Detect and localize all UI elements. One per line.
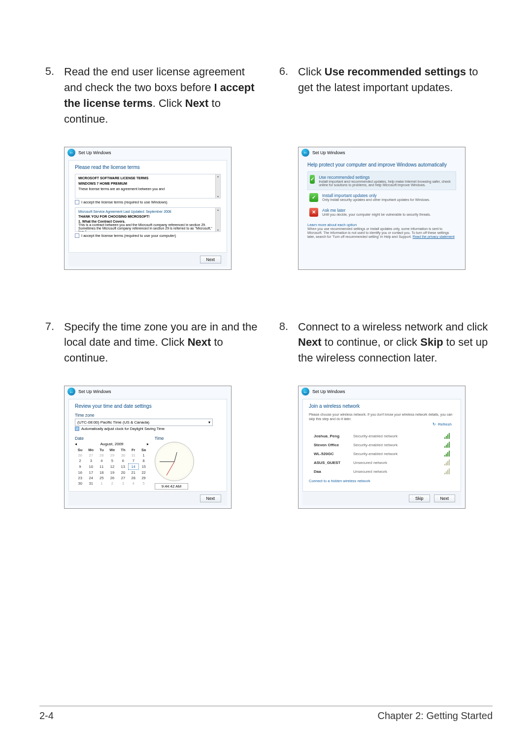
next-button[interactable]: Next [434,494,455,502]
chapter-title: Chapter 2: Getting Started [378,710,493,722]
step-8-number: 8. [273,319,288,366]
wifi-subtext: Please choose your wireless network. If … [309,413,455,421]
back-icon[interactable]: ← [67,388,75,395]
wifi-security: Security-enabled network [353,434,444,438]
calendar-day[interactable]: 3 [118,481,129,486]
chevron-down-icon: ▾ [208,420,210,425]
protect-heading: Help protect your computer and improve W… [307,162,456,167]
wifi-network-row[interactable]: Steven OfficeSecurity-enabled network [309,440,455,449]
step-5-number: 5. [39,64,54,127]
calendar-day[interactable]: 7 [128,458,138,464]
signal-icon [444,433,450,439]
calendar[interactable]: ◂ August, 2009 ▸ SuMoTuWeThFrSa262728293… [75,442,149,486]
back-icon[interactable]: ← [301,388,309,395]
window-title: Set Up Windows [78,389,111,394]
wifi-network-row[interactable]: DaaUnsecured network [309,467,455,476]
calendar-day[interactable]: 19 [106,470,118,476]
next-button[interactable]: Next [200,494,221,502]
accept-checkbox-1[interactable]: I accept the license terms (required to … [75,200,221,204]
next-button[interactable]: Next [200,256,221,263]
calendar-day[interactable]: 10 [85,464,97,470]
step-8-text: Connect to a wireless network and click … [298,319,493,366]
calendar-day[interactable]: 5 [138,481,149,486]
calendar-day[interactable]: 30 [75,481,85,486]
option-ask-later[interactable]: ✕ Ask me later Until you decide, your co… [307,205,456,220]
calendar-day[interactable]: 27 [85,453,97,458]
scrollbar[interactable] [215,208,220,231]
calendar-day[interactable]: 8 [138,458,149,464]
wifi-security: Unsecured network [353,460,444,465]
analog-clock [155,442,194,481]
wifi-ssid: WL-520GC [314,452,353,456]
calendar-day[interactable]: 15 [138,464,149,470]
calendar-day[interactable]: 14 [128,464,138,470]
calendar-day[interactable]: 28 [128,475,138,481]
accept-checkbox-2[interactable]: I accept the license terms (required to … [75,233,221,238]
wifi-network-row[interactable]: ASUS_GUESTUnsecured network [309,458,455,467]
calendar-day[interactable]: 4 [97,458,106,464]
hidden-network-link[interactable]: Connect to a hidden wireless network [309,479,455,483]
calendar-day[interactable]: 16 [75,470,85,476]
signal-icon [444,442,450,448]
calendar-day[interactable]: 17 [85,470,97,476]
calendar-day[interactable]: 2 [75,458,85,464]
timezone-select[interactable]: (UTC-08:00) Pacific Time (US & Canada) ▾ [75,419,213,426]
wifi-heading: Join a wireless network [309,403,455,409]
calendar-day[interactable]: 12 [106,464,118,470]
calendar-day[interactable]: 2 [106,481,118,486]
calendar-day[interactable]: 1 [97,481,106,486]
back-icon[interactable]: ← [301,149,309,157]
learn-more-link[interactable]: Learn more about each option [307,223,456,227]
time-input[interactable]: 9:44:42 AM [155,483,188,490]
timedate-heading: Review your time and date settings [75,403,221,409]
back-icon[interactable]: ← [67,149,75,157]
step-7-number: 7. [39,319,54,366]
license-box-1: MICROSOFT SOFTWARE LICENSE TERMS WINDOWS… [75,174,221,198]
cal-next-icon[interactable]: ▸ [147,442,149,446]
wifi-network-row[interactable]: WL-520GCSecurity-enabled network [309,449,455,458]
scrollbar[interactable] [215,174,220,198]
calendar-day[interactable]: 29 [138,475,149,481]
calendar-day[interactable]: 31 [128,453,138,458]
calendar-day[interactable]: 30 [118,453,129,458]
calendar-day[interactable]: 31 [85,481,97,486]
step-6-text: Click Use recommended settings to get th… [298,64,493,96]
license-box-2: Microsoft Service Agreement Last Updated… [75,207,221,232]
calendar-day[interactable]: 13 [118,464,129,470]
refresh-link[interactable]: Refresh [438,422,452,427]
calendar-day[interactable]: 5 [106,458,118,464]
calendar-day[interactable]: 6 [118,458,129,464]
calendar-day[interactable]: 9 [75,464,85,470]
calendar-day[interactable]: 26 [106,475,118,481]
calendar-day[interactable]: 20 [118,470,129,476]
calendar-day[interactable]: 22 [138,470,149,476]
calendar-day[interactable]: 4 [128,481,138,486]
calendar-day[interactable]: 29 [106,453,118,458]
skip-button[interactable]: Skip [409,494,430,502]
privacy-link[interactable]: Read the privacy statement [413,235,455,238]
step-6: 6. Click Use recommended settings to get… [273,64,493,96]
calendar-day[interactable]: 11 [97,464,106,470]
calendar-day[interactable]: 3 [85,458,97,464]
calendar-day[interactable]: 25 [97,475,106,481]
step-7-text: Specify the time zone you are in and the… [64,319,259,366]
wifi-security: Security-enabled network [353,443,444,447]
option-important-only[interactable]: ✓ Install important updates only Only in… [307,190,456,205]
calendar-day[interactable]: 26 [75,453,85,458]
calendar-day[interactable]: 24 [85,475,97,481]
step-5: 5. Read the end user license agreement a… [39,64,259,127]
calendar-day[interactable]: 1 [138,453,149,458]
calendar-day[interactable]: 23 [75,475,85,481]
refresh-icon[interactable]: ↻ [432,422,436,427]
step-5-text: Read the end user license agreement and … [64,64,259,127]
cal-prev-icon[interactable]: ◂ [75,442,77,446]
calendar-day[interactable]: 28 [97,453,106,458]
dst-checkbox[interactable]: ✓ Automatically adjust clock for Dayligh… [75,427,221,431]
calendar-day[interactable]: 21 [128,470,138,476]
option-recommended[interactable]: ✓ Use recommended settings Install impor… [307,171,456,190]
calendar-day[interactable]: 27 [118,475,129,481]
screenshot-license: ← Set Up Windows Please read the license… [64,147,232,270]
screenshot-wifi: ← Set Up Windows Join a wireless network… [298,386,466,509]
calendar-day[interactable]: 18 [97,470,106,476]
wifi-network-row[interactable]: Joshua_PengSecurity-enabled network [309,431,455,440]
